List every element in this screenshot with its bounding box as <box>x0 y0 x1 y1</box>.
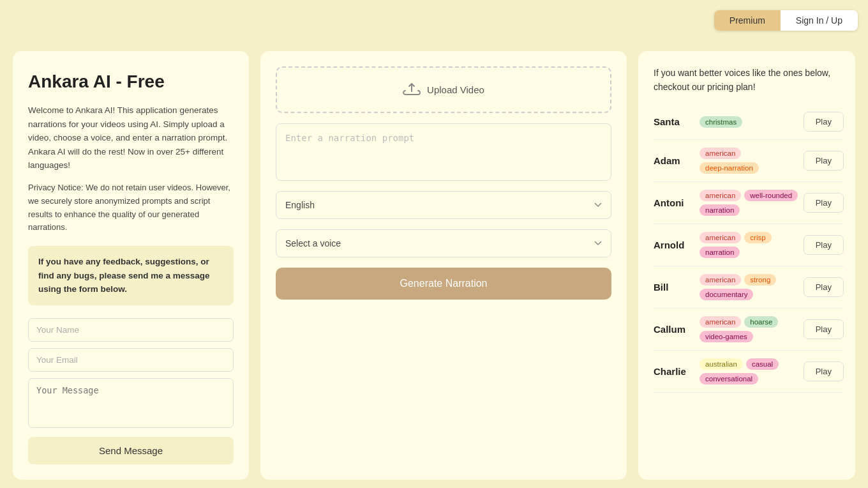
voice-tags: americanhoarsevideo-games <box>700 316 798 342</box>
voice-name: Antoni <box>654 197 700 208</box>
narration-prompt-input[interactable] <box>276 123 611 181</box>
voice-tag: video-games <box>700 331 753 342</box>
language-select-wrapper: English <box>276 191 611 219</box>
voice-select-wrapper: Select a voice <box>276 229 611 257</box>
play-button[interactable]: Play <box>804 277 844 297</box>
voice-tags: americanstrongdocumentary <box>700 274 798 300</box>
right-panel: If you want better voices like the ones … <box>638 51 855 480</box>
play-button[interactable]: Play <box>804 193 844 213</box>
upload-video-box[interactable]: Upload Video <box>276 66 611 113</box>
signin-button[interactable]: Sign In / Up <box>781 10 858 31</box>
message-input[interactable] <box>28 378 234 428</box>
voice-tag: american <box>700 190 741 201</box>
email-input[interactable] <box>28 348 234 372</box>
right-panel-header: If you want better voices like the ones … <box>654 66 844 94</box>
voice-tag: american <box>700 232 741 243</box>
send-message-button[interactable]: Send Message <box>28 437 234 464</box>
voice-tag: strong <box>744 274 776 286</box>
upload-icon <box>403 82 421 98</box>
play-button[interactable]: Play <box>804 151 844 171</box>
voice-tags: australiancasualconversational <box>700 358 798 385</box>
voice-name: Adam <box>654 155 700 166</box>
voice-tag: australian <box>700 358 743 370</box>
voice-tag: crisp <box>744 232 771 243</box>
voice-name: Charlie <box>654 366 700 377</box>
voice-tag: conversational <box>700 373 758 385</box>
voice-name: Callum <box>654 324 700 335</box>
voice-tag: american <box>700 148 741 159</box>
voice-tag: narration <box>700 247 740 258</box>
play-button[interactable]: Play <box>804 112 844 132</box>
main-layout: Ankara AI - Free Welcome to Ankara AI! T… <box>0 0 868 488</box>
voice-tag: christmas <box>700 116 742 128</box>
voice-row: ArnoldamericancrispnarrationPlay <box>654 224 844 266</box>
voice-tags: americanwell-roundednarration <box>700 190 798 216</box>
voice-tag: deep-narration <box>700 162 759 174</box>
voice-row: Callumamericanhoarsevideo-gamesPlay <box>654 309 844 351</box>
premium-button[interactable]: Premium <box>714 10 781 31</box>
voice-row: Adamamericandeep-narrationPlay <box>654 140 844 182</box>
voice-name: Santa <box>654 116 700 127</box>
mid-panel: Upload Video English Select a voice Gene… <box>260 51 627 480</box>
voice-tag: hoarse <box>744 316 778 328</box>
voice-name: Arnold <box>654 240 700 250</box>
voice-tags: americancrispnarration <box>700 232 798 258</box>
app-description: Welcome to Ankara AI! This application g… <box>28 103 234 172</box>
voice-row: SantachristmasPlay <box>654 104 844 140</box>
voice-name: Bill <box>654 282 700 293</box>
left-panel: Ankara AI - Free Welcome to Ankara AI! T… <box>13 51 249 480</box>
play-button[interactable]: Play <box>804 362 844 381</box>
voice-select[interactable]: Select a voice <box>276 229 611 257</box>
feedback-box: If you have any feedback, suggestions, o… <box>28 246 234 305</box>
privacy-notice: Privacy Notice: We do not retain user vi… <box>28 181 234 234</box>
voice-list: SantachristmasPlayAdamamericandeep-narra… <box>654 104 844 393</box>
voice-row: BillamericanstrongdocumentaryPlay <box>654 266 844 309</box>
voice-tags: christmas <box>700 116 798 128</box>
topbar: Premium Sign In / Up <box>714 10 858 31</box>
voice-tags: americandeep-narration <box>700 148 798 174</box>
voice-tag: american <box>700 274 741 286</box>
upload-label: Upload Video <box>427 84 484 95</box>
voice-row: CharlieaustraliancasualconversationalPla… <box>654 351 844 393</box>
play-button[interactable]: Play <box>804 235 844 255</box>
voice-tag: casual <box>746 358 779 370</box>
generate-narration-button[interactable]: Generate Narration <box>276 268 611 300</box>
voice-tag: documentary <box>700 289 753 300</box>
play-button[interactable]: Play <box>804 319 844 339</box>
voice-row: Antoniamericanwell-roundednarrationPlay <box>654 182 844 224</box>
name-input[interactable] <box>28 318 234 342</box>
voice-tag: narration <box>700 204 740 216</box>
language-select[interactable]: English <box>276 191 611 219</box>
voice-tag: american <box>700 316 741 328</box>
voice-tag: well-rounded <box>744 190 798 201</box>
app-title: Ankara AI - Free <box>28 72 234 92</box>
